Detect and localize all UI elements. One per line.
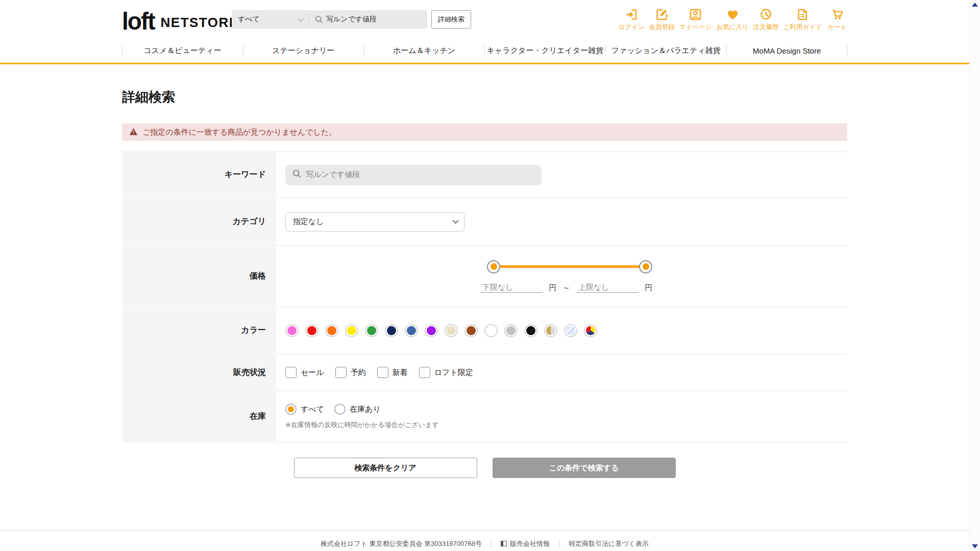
- radio-all[interactable]: すべて: [285, 404, 324, 415]
- checkbox-label: セール: [301, 368, 324, 378]
- guide-link[interactable]: ご利用ガイド: [783, 8, 822, 32]
- form-actions: 検索条件をクリア この条件で検索する: [122, 458, 847, 478]
- advanced-search-button[interactable]: 詳細検索: [431, 10, 471, 29]
- logo-loft-text: loft: [122, 7, 155, 35]
- company-info-link[interactable]: 販売会社情報: [501, 539, 550, 548]
- swatch-orange[interactable]: [325, 324, 338, 337]
- search-icon: [292, 169, 301, 180]
- search-category-dropdown[interactable]: すべて: [232, 10, 308, 29]
- swatch-brown[interactable]: [464, 324, 478, 337]
- login-link[interactable]: ログイン: [619, 8, 645, 32]
- swatch-yellow[interactable]: [345, 324, 358, 337]
- swatch-clear[interactable]: [564, 324, 577, 337]
- checkbox-new-arrival[interactable]: 新着: [377, 367, 408, 378]
- swatch-gray[interactable]: [504, 324, 518, 337]
- price-min-input[interactable]: [480, 282, 543, 293]
- slider-handle-min[interactable]: [487, 260, 500, 273]
- checkbox-sale[interactable]: セール: [285, 367, 324, 378]
- order-history-link[interactable]: 注文履歴: [753, 8, 779, 32]
- vertical-scrollbar[interactable]: [969, 0, 980, 551]
- swatch-green[interactable]: [365, 324, 378, 337]
- site-header: loft NETSTORE すべて 詳細検索: [0, 0, 969, 39]
- login-icon: [625, 8, 639, 21]
- header-links: ログイン 会員登録 マイページ: [619, 8, 847, 32]
- nav-item-stationery[interactable]: ステーショナリー: [243, 39, 364, 63]
- nav-item-character-goods[interactable]: キャラクター・クリエイター雑貨: [484, 39, 605, 63]
- favorites-heart-icon: [726, 8, 740, 21]
- swatch-multicolor[interactable]: [584, 324, 597, 337]
- header-search: すべて 詳細検索: [232, 10, 471, 29]
- cart-link[interactable]: カート: [827, 8, 847, 32]
- sales-status-options: セール 予約 新着 ロフト限定: [285, 367, 473, 378]
- color-label: カラー: [122, 307, 276, 354]
- company-registration-text: 株式会社ロフト 東京都公安委員会 第303319700768号: [321, 539, 482, 548]
- header-search-input[interactable]: [326, 15, 423, 23]
- price-max-input[interactable]: [576, 282, 639, 293]
- checkbox-reservation[interactable]: 予約: [335, 367, 366, 378]
- slider-handle-max[interactable]: [639, 260, 652, 273]
- order-history-icon: [759, 8, 773, 21]
- cart-icon: [830, 8, 844, 21]
- register-link[interactable]: 会員登録: [649, 8, 675, 32]
- checkbox-label: 予約: [351, 368, 366, 378]
- nav-item-moma[interactable]: MoMA Design Store: [726, 39, 847, 63]
- swatch-blue[interactable]: [405, 324, 418, 337]
- sales-status-label: 販売状況: [122, 354, 276, 391]
- loft-logo[interactable]: loft NETSTORE: [122, 7, 239, 35]
- radio-label: 在庫あり: [350, 405, 381, 414]
- loft-netstore-page: loft NETSTORE すべて 詳細検索: [0, 0, 980, 551]
- commerce-law-link[interactable]: 特定商取引法に基づく表示: [569, 539, 649, 548]
- yen-unit-min: 円: [549, 283, 556, 293]
- favorites-link[interactable]: お気に入り: [716, 8, 748, 32]
- nav-item-fashion-variety[interactable]: ファッション＆バラエティ雑貨: [605, 39, 726, 63]
- checkbox-label: ロフト限定: [434, 368, 473, 378]
- guide-label: ご利用ガイド: [783, 23, 822, 32]
- price-row: 価格 円 ～ 円: [122, 245, 847, 307]
- nav-label: ステーショナリー: [272, 46, 334, 56]
- mypage-link[interactable]: マイページ: [679, 8, 712, 32]
- stock-row: 在庫 すべて 在庫あり ※在庫情報の反映に時間がかかる場合がございます: [122, 391, 847, 442]
- chevron-down-icon: [452, 217, 459, 224]
- order-history-label: 注文履歴: [753, 23, 779, 32]
- nav-item-home-kitchen[interactable]: ホーム＆キッチン: [364, 39, 485, 63]
- radio-in-stock[interactable]: 在庫あり: [334, 404, 381, 415]
- alert-message: ご指定の条件に一致する商品が見つかりませんでした。: [142, 128, 336, 137]
- checkbox-loft-limited[interactable]: ロフト限定: [419, 367, 473, 378]
- cart-label: カート: [827, 23, 847, 32]
- nav-label: ファッション＆バラエティ雑貨: [611, 46, 721, 56]
- scroll-down-arrow-icon[interactable]: [972, 544, 978, 548]
- swatch-beige[interactable]: [445, 324, 458, 337]
- swatch-black[interactable]: [524, 324, 537, 337]
- scroll-up-arrow-icon[interactable]: [972, 3, 978, 7]
- color-swatches: [285, 324, 597, 337]
- search-with-conditions-button[interactable]: この条件で検索する: [493, 458, 676, 478]
- swatch-pink[interactable]: [285, 324, 299, 337]
- nav-label: MoMA Design Store: [753, 46, 821, 55]
- swatch-navy[interactable]: [385, 324, 398, 337]
- search-category-value: すべて: [238, 15, 260, 24]
- nav-label: コスメ＆ビューティー: [143, 46, 221, 56]
- chevron-down-icon: [298, 16, 304, 21]
- category-select[interactable]: 指定なし: [285, 212, 464, 232]
- keyword-label: キーワード: [122, 152, 276, 197]
- swatch-purple[interactable]: [425, 324, 438, 337]
- nav-item-cosmetics[interactable]: コスメ＆ビューティー: [122, 39, 243, 63]
- advanced-search-form: キーワード カテゴリ 指定なし: [122, 152, 847, 442]
- price-inputs: 円 ～ 円: [480, 282, 652, 293]
- keyword-input[interactable]: [306, 170, 525, 179]
- register-icon: [655, 8, 669, 21]
- color-row: カラー: [122, 307, 847, 354]
- checkbox-box: [377, 367, 388, 378]
- warning-icon: [129, 128, 138, 137]
- footer-divider: [491, 540, 492, 547]
- clear-conditions-button[interactable]: 検索条件をクリア: [294, 458, 477, 478]
- category-label: カテゴリ: [122, 198, 276, 245]
- login-label: ログイン: [619, 23, 645, 32]
- swatch-red[interactable]: [305, 324, 318, 337]
- nav-label: ホーム＆キッチン: [393, 46, 455, 56]
- category-nav: コスメ＆ビューティー ステーショナリー ホーム＆キッチン キャラクター・クリエイ…: [0, 39, 969, 64]
- tilde-separator: ～: [562, 283, 570, 293]
- swatch-gold-silver[interactable]: [544, 324, 557, 337]
- swatch-white[interactable]: [484, 324, 498, 337]
- category-row: カテゴリ 指定なし: [122, 197, 847, 245]
